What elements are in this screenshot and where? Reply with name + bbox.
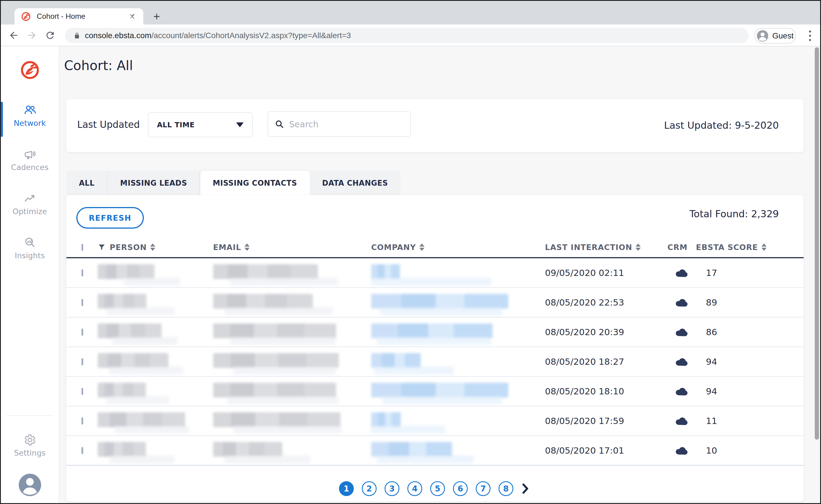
tab-missing-leads[interactable]: MISSING LEADS: [108, 171, 200, 195]
last-interaction-value: 08/05/2020 22:53: [545, 297, 668, 308]
ebsta-score-value: 11: [696, 416, 804, 426]
page-button-7[interactable]: 7: [476, 481, 491, 496]
last-interaction-value: 08/05/2020 18:10: [545, 386, 668, 396]
ebsta-logo[interactable]: [21, 61, 39, 79]
sort-icon: [150, 243, 155, 251]
next-page-chevron-icon[interactable]: [521, 483, 531, 494]
tab-data-changes[interactable]: DATA CHANGES: [310, 171, 400, 195]
crm-cloud-icon[interactable]: [675, 416, 688, 425]
ebsta-score-value: 10: [696, 445, 804, 456]
ebsta-score-value: 86: [696, 327, 804, 337]
browser-toolbar: console.ebsta.com/account/alerts/CohortA…: [1, 24, 820, 46]
redacted-email: [213, 442, 282, 457]
table-row[interactable]: 09/05/2020 02:11 17: [66, 258, 804, 288]
row-checkbox[interactable]: [81, 358, 83, 365]
column-header-last-interaction[interactable]: LAST INTERACTION: [545, 243, 668, 252]
network-icon: [24, 104, 36, 116]
sidebar-item-settings[interactable]: Settings: [1, 434, 59, 457]
forward-icon[interactable]: [26, 30, 37, 41]
table-body: 09/05/2020 02:11 17 08/05/2020 22:53 89: [66, 258, 804, 466]
sort-icon: [419, 243, 425, 251]
redacted-person: [98, 442, 146, 457]
sidebar-item-cadences[interactable]: Cadences: [1, 148, 59, 172]
lock-icon: [73, 32, 80, 39]
redacted-person: [98, 383, 146, 398]
row-checkbox[interactable]: [81, 388, 83, 395]
table-row[interactable]: 08/05/2020 17:01 10: [66, 436, 804, 466]
ebsta-favicon: [21, 12, 30, 21]
crm-cloud-icon[interactable]: [675, 387, 688, 396]
back-icon[interactable]: [8, 30, 19, 41]
table-header: PERSON EMAIL COMPANY LAST INTERACTION CR…: [66, 237, 804, 258]
page-button-1[interactable]: 1: [339, 481, 354, 496]
sidebar-item-insights[interactable]: Insights: [1, 236, 59, 260]
last-interaction-value: 08/05/2020 20:39: [545, 327, 668, 337]
column-header-person[interactable]: PERSON: [98, 243, 213, 252]
crm-cloud-icon[interactable]: [675, 327, 688, 337]
browser-window: Cohort - Home console.ebsta.com/account/…: [0, 0, 821, 504]
crm-cloud-icon[interactable]: [675, 268, 688, 277]
browser-tab[interactable]: Cohort - Home: [15, 8, 143, 24]
redacted-company: [371, 294, 508, 309]
table-row[interactable]: 08/05/2020 20:39 86: [66, 317, 804, 347]
filter-funnel-icon[interactable]: [98, 243, 106, 251]
redacted-company: [371, 383, 508, 398]
new-tab-button[interactable]: [150, 10, 163, 23]
url-domain: console.ebsta.com: [85, 31, 151, 40]
redacted-company: [371, 264, 400, 279]
search-icon: [275, 120, 284, 129]
redacted-company: [371, 442, 452, 457]
trend-up-icon: [24, 192, 36, 205]
ebsta-score-value: 89: [696, 297, 804, 308]
url-bar[interactable]: console.ebsta.com/account/alerts/CohortA…: [65, 28, 749, 43]
browser-profile-button[interactable]: Guest: [754, 28, 796, 44]
page-button-3[interactable]: 3: [384, 481, 399, 496]
column-header-company[interactable]: COMPANY: [371, 243, 545, 252]
page-button-8[interactable]: 8: [499, 481, 513, 496]
crm-cloud-icon[interactable]: [675, 298, 688, 307]
page-button-2[interactable]: 2: [362, 481, 376, 496]
select-all-checkbox[interactable]: [81, 244, 83, 251]
column-header-email[interactable]: EMAIL: [213, 243, 371, 252]
refresh-button[interactable]: REFRESH: [76, 207, 144, 229]
tab-all[interactable]: ALL: [66, 171, 108, 195]
tab-close-icon[interactable]: [128, 13, 136, 21]
row-checkbox[interactable]: [81, 269, 83, 276]
redacted-person: [98, 264, 154, 279]
page-button-5[interactable]: 5: [430, 481, 445, 496]
crm-cloud-icon[interactable]: [675, 357, 688, 366]
sidebar-item-label: Settings: [1, 448, 59, 457]
time-range-dropdown[interactable]: ALL TIME: [148, 112, 253, 137]
table-row[interactable]: 08/05/2020 18:27 94: [66, 347, 804, 377]
last-interaction-value: 08/05/2020 18:27: [545, 357, 668, 367]
ebsta-score-value: 94: [696, 386, 804, 396]
sidebar: Network Cadences Optimize Insights Setti…: [1, 46, 59, 503]
time-range-value: ALL TIME: [157, 121, 236, 129]
search-box: [267, 111, 411, 137]
row-checkbox[interactable]: [81, 329, 83, 336]
user-avatar[interactable]: [18, 473, 42, 497]
page-scrollbar[interactable]: [815, 47, 819, 440]
sort-icon: [761, 243, 767, 251]
browser-menu-icon[interactable]: [804, 28, 816, 44]
redacted-company: [371, 412, 401, 427]
row-checkbox[interactable]: [81, 417, 83, 425]
row-checkbox[interactable]: [81, 447, 83, 454]
row-checkbox[interactable]: [81, 299, 83, 306]
sidebar-item-network[interactable]: Network: [1, 104, 59, 128]
page-button-4[interactable]: 4: [407, 481, 422, 496]
column-header-ebsta-score[interactable]: EBSTA SCORE: [696, 243, 804, 252]
table-row[interactable]: 08/05/2020 17:59 11: [66, 406, 804, 436]
search-input[interactable]: [289, 119, 403, 129]
sidebar-item-optimize[interactable]: Optimize: [1, 192, 59, 216]
sort-icon: [636, 243, 641, 251]
reload-icon[interactable]: [45, 30, 56, 41]
sidebar-item-label: Cadences: [1, 163, 59, 172]
redacted-company: [371, 323, 493, 338]
crm-cloud-icon[interactable]: [675, 446, 688, 455]
table-row[interactable]: 08/05/2020 18:10 94: [66, 377, 804, 406]
page-button-6[interactable]: 6: [453, 481, 468, 496]
table-row[interactable]: 08/05/2020 22:53 89: [66, 288, 804, 317]
tab-missing-contacts[interactable]: MISSING CONTACTS: [200, 171, 310, 195]
sort-icon: [244, 243, 249, 251]
